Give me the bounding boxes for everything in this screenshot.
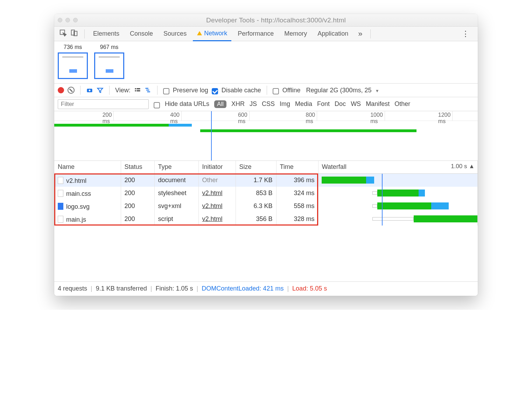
cell-time: 558 ms [276, 200, 318, 213]
tab-performance[interactable]: Performance [233, 27, 278, 41]
svg-rect-8 [136, 90, 140, 91]
cell-initiator: v2.html [198, 213, 236, 226]
tab-elements[interactable]: Elements [89, 27, 124, 41]
cell-waterfall [318, 200, 478, 213]
cell-name: v2.html [54, 173, 121, 187]
col-waterfall[interactable]: Waterfall 1.00 s ▲ [318, 161, 478, 173]
throttle-select[interactable]: Regular 2G (300ms, 25 ▼ [306, 87, 379, 94]
waterfall-view-icon[interactable] [145, 87, 152, 94]
table-header-row: Name Status Type Initiator Size Time Wat… [54, 161, 478, 173]
device-toggle-icon[interactable] [70, 29, 78, 38]
initiator-link[interactable]: v2.html [202, 202, 223, 209]
cell-size: 6.3 KB [236, 200, 276, 213]
filter-type-img[interactable]: Img [280, 100, 290, 108]
cell-status: 200 [121, 187, 154, 200]
network-toolbar: View: Preserve log Disable cache Offline… [54, 83, 478, 97]
waterfall-segment [372, 204, 377, 208]
filter-type-doc[interactable]: Doc [335, 100, 346, 108]
status-requests: 4 requests [58, 285, 87, 292]
titlebar: Developer Tools - http://localhost:3000/… [54, 14, 478, 27]
table-row[interactable]: main.js200scriptv2.html356 B328 ms [54, 213, 478, 226]
clear-icon[interactable] [68, 87, 75, 94]
col-type[interactable]: Type [154, 161, 198, 173]
tab-label: Console [130, 30, 153, 37]
dropdown-arrow-icon: ▼ [375, 88, 379, 93]
filter-type-font[interactable]: Font [317, 100, 330, 108]
filmstrip-frame[interactable]: 967 ms [94, 44, 124, 79]
filter-input[interactable] [58, 99, 149, 109]
cell-name: main.css [54, 187, 121, 200]
initiator-link[interactable]: v2.html [202, 190, 223, 197]
tab-application[interactable]: Application [313, 27, 352, 41]
timeline-overview[interactable]: 200 ms400 ms600 ms800 ms1000 ms1200 ms [54, 111, 478, 161]
cell-time: 324 ms [276, 187, 318, 200]
filter-type-xhr[interactable]: XHR [231, 100, 245, 108]
col-name[interactable]: Name [54, 161, 121, 173]
large-rows-icon[interactable] [134, 87, 141, 94]
screenshot-icon[interactable] [86, 87, 93, 94]
col-initiator[interactable]: Initiator [198, 161, 236, 173]
filter-type-manifest[interactable]: Manifest [366, 100, 390, 108]
filter-type-js[interactable]: JS [250, 100, 257, 108]
requests-table-wrap: Name Status Type Initiator Size Time Wat… [54, 161, 478, 282]
svg-rect-6 [136, 88, 140, 89]
col-size[interactable]: Size [236, 161, 276, 173]
divider: | [91, 285, 92, 292]
cell-status: 200 [121, 213, 154, 226]
filter-type-other[interactable]: Other [394, 100, 410, 108]
filter-type-css[interactable]: CSS [262, 100, 275, 108]
filter-bar: Hide data URLs All XHR JS CSS Img Media … [54, 97, 478, 111]
cell-initiator: Other [198, 173, 236, 187]
cell-size: 853 B [236, 187, 276, 200]
record-icon[interactable] [58, 87, 64, 93]
cell-status: 200 [121, 200, 154, 213]
table-row[interactable]: logo.svg200svg+xmlv2.html6.3 KB558 ms [54, 200, 478, 213]
frame-thumbnail [58, 52, 88, 79]
window-minimize-icon[interactable] [65, 18, 70, 22]
overview-cursor[interactable] [211, 111, 212, 160]
waterfall-span: 1.00 s ▲ [451, 163, 475, 170]
overview-tick: 400 ms [181, 111, 182, 121]
filmstrip-frame[interactable]: 736 ms [58, 44, 88, 79]
preserve-log-checkbox[interactable] [163, 88, 169, 94]
cell-initiator: v2.html [198, 187, 236, 200]
col-waterfall-label: Waterfall [322, 163, 346, 170]
hide-data-urls-checkbox[interactable] [154, 102, 160, 108]
tab-label: Sources [163, 30, 187, 37]
filter-type-media[interactable]: Media [295, 100, 312, 108]
filter-icon[interactable] [97, 87, 104, 94]
more-tabs-button[interactable]: » [355, 29, 366, 38]
offline-checkbox[interactable] [273, 88, 279, 94]
table-empty-area [54, 226, 478, 281]
table-row[interactable]: main.css200stylesheetv2.html853 B324 ms [54, 187, 478, 200]
disable-cache-checkbox[interactable] [212, 88, 218, 94]
table-row[interactable]: v2.html200documentOther1.7 KB396 ms [54, 173, 478, 187]
filter-type-all[interactable]: All [214, 100, 226, 108]
col-time[interactable]: Time [276, 161, 318, 173]
initiator-link[interactable]: v2.html [202, 215, 223, 222]
divider [109, 86, 110, 95]
table-body: v2.html200documentOther1.7 KB396 msmain.… [54, 173, 478, 226]
waterfall-segment [431, 202, 449, 209]
svg-rect-7 [135, 90, 136, 91]
filter-type-ws[interactable]: WS [351, 100, 361, 108]
settings-kebab-icon[interactable]: ⋮ [457, 29, 475, 38]
window-close-icon[interactable] [58, 18, 62, 22]
cell-time: 328 ms [276, 213, 318, 226]
filmstrip: 736 ms 967 ms [54, 41, 478, 83]
cell-time: 396 ms [276, 173, 318, 187]
devtools-window: Developer Tools - http://localhost:3000/… [54, 14, 478, 296]
file-icon [58, 216, 63, 223]
divider [370, 29, 371, 38]
divider: | [287, 285, 289, 292]
tab-network[interactable]: Network [193, 27, 231, 41]
window-zoom-icon[interactable] [73, 18, 78, 22]
tab-sources[interactable]: Sources [159, 27, 191, 41]
divider [267, 86, 267, 95]
tab-memory[interactable]: Memory [280, 27, 311, 41]
tab-console[interactable]: Console [126, 27, 157, 41]
inspect-icon[interactable] [59, 29, 67, 38]
waterfall-segment [372, 217, 414, 221]
status-domcontentloaded: DOMContentLoaded: 421 ms [202, 285, 284, 292]
col-status[interactable]: Status [121, 161, 154, 173]
